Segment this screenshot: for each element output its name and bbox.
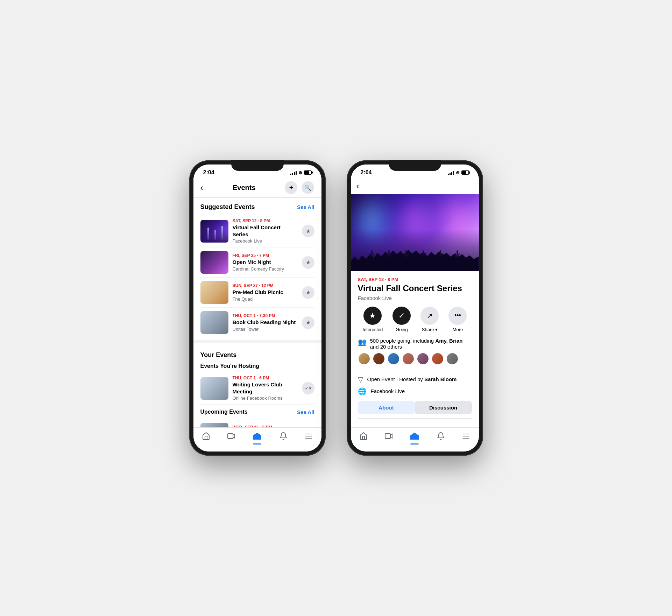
svg-rect-5 <box>385 434 390 439</box>
nav-notifications-left[interactable] <box>279 432 288 440</box>
event-location-writing: Online Facebook Rooms <box>233 396 298 401</box>
event-item-mic[interactable]: FRI, SEP 25 · 7 PM Open Mic Night Cardin… <box>200 247 314 278</box>
going-button[interactable]: ✓ Going <box>392 307 411 332</box>
event-item-picnic[interactable]: SUN, SEP 27 · 12 PM Pre-Med Club Picnic … <box>200 278 314 308</box>
notch-left <box>231 160 284 171</box>
event-detail-date: SAT, SEP 12 · 8 PM <box>358 277 472 282</box>
event-item-writing[interactable]: THU, OCT 1 · 6 PM Writing Lovers Club Me… <box>200 372 314 405</box>
nav-video-left[interactable] <box>227 432 235 440</box>
star-button-picnic[interactable]: ★ <box>302 286 314 299</box>
event-thumb-writing <box>200 377 228 400</box>
signal-bar-r3 <box>451 172 452 175</box>
bottom-nav-left <box>193 427 321 451</box>
tab-about[interactable]: About <box>358 401 415 414</box>
event-date-bookclub: THU, OCT 1 · 7:30 PM <box>233 313 298 318</box>
more-icon: ••• <box>454 312 461 319</box>
event-detail-content: SAT, SEP 12 · 8 PM Virtual Fall Concert … <box>351 271 479 424</box>
event-date-writing: THU, OCT 1 · 6 PM <box>233 376 298 380</box>
scroll-content-left: Suggested Events See All SAT, SEP 12 · 8… <box>193 198 321 427</box>
status-time-left: 2:04 <box>203 169 214 176</box>
star-button-bookclub[interactable]: ★ <box>302 316 314 329</box>
signal-bar-r4 <box>453 171 454 175</box>
avatar-6 <box>431 352 444 365</box>
avatar-2 <box>373 352 385 365</box>
interested-icon-circle: ★ <box>363 307 382 325</box>
event-info-bookclub: THU, OCT 1 · 7:30 PM Book Club Reading N… <box>233 313 298 332</box>
your-events-title: Your Events <box>200 351 237 359</box>
interested-button[interactable]: ★ Interested <box>363 307 383 332</box>
nav-bar-left: ‹ Events + 🔍 <box>193 178 321 198</box>
event-location-bookclub: Unitas Tower <box>233 327 298 332</box>
event-item-concert[interactable]: SAT, SEP 12 · 8 PM Virtual Fall Concert … <box>200 215 314 247</box>
going-button-writing[interactable]: ✓▾ <box>302 382 314 394</box>
back-button-right[interactable]: ‹ <box>356 181 360 191</box>
stream-row: 🌐 Facebook Live <box>358 387 472 396</box>
search-button-left[interactable]: 🔍 <box>302 181 314 194</box>
event-item-unitas[interactable]: WED, SEP 16 · 5 PM Unitas Tower Meet-up … <box>200 419 314 427</box>
avatar-row <box>358 352 472 365</box>
nav-notifications-right[interactable] <box>437 432 445 440</box>
battery-icon-left <box>304 170 312 175</box>
star-icon: ★ <box>369 311 376 320</box>
event-item-bookclub[interactable]: THU, OCT 1 · 7:30 PM Book Club Reading N… <box>200 308 314 337</box>
wifi-icon-right: ⊛ <box>456 170 460 175</box>
signal-bar-r1 <box>448 174 449 175</box>
attendees-text: 500 people going, including Amy, Brian a… <box>370 338 472 350</box>
nav-events-left[interactable] <box>252 431 262 441</box>
back-nav-right: ‹ <box>351 178 479 194</box>
nav-home-left[interactable] <box>202 432 210 440</box>
hand-5 <box>440 250 441 257</box>
attendees-section: 👥 500 people going, including Amy, Brian… <box>358 338 472 370</box>
event-thumb-picnic <box>200 281 228 304</box>
hand-1 <box>371 250 373 257</box>
event-info-picnic: SUN, SEP 27 · 12 PM Pre-Med Club Picnic … <box>233 283 298 302</box>
nav-events-right[interactable] <box>410 431 419 441</box>
going-label: Going <box>396 327 408 332</box>
event-location-mic: Cardinal Comedy Factory <box>233 266 298 272</box>
tab-discussion[interactable]: Discussion <box>415 401 472 414</box>
bottom-nav-right <box>351 427 479 451</box>
star-button-mic[interactable]: ★ <box>302 256 314 269</box>
more-icon-circle: ••• <box>448 307 467 325</box>
event-type-text: Open Event · Hosted by Sarah Bloom <box>367 376 457 382</box>
avatar-5 <box>417 352 429 365</box>
event-detail-location: Facebook Live <box>358 295 472 301</box>
svg-rect-0 <box>228 434 233 439</box>
event-date-concert: SAT, SEP 12 · 8 PM <box>233 218 298 223</box>
event-name-writing: Writing Lovers Club Meeting <box>233 381 298 395</box>
status-time-right: 2:04 <box>361 169 372 176</box>
nav-menu-left[interactable] <box>304 432 313 440</box>
nav-menu-right[interactable] <box>462 432 470 440</box>
raised-hands <box>363 250 466 257</box>
hand-2 <box>388 250 390 257</box>
signal-bar-3 <box>294 172 295 175</box>
event-info-mic: FRI, SEP 25 · 7 PM Open Mic Night Cardin… <box>233 253 298 272</box>
nav-home-right[interactable] <box>359 432 368 440</box>
event-thumb-mic <box>200 251 228 274</box>
svg-marker-6 <box>410 433 419 440</box>
open-event-icon: ▽ <box>358 375 363 384</box>
signal-bar-1 <box>290 174 291 175</box>
star-button-concert[interactable]: ★ <box>302 225 314 237</box>
hosting-title: Events You're Hosting <box>200 363 314 369</box>
more-button[interactable]: ••• More <box>448 307 467 332</box>
battery-icon-right <box>461 170 469 175</box>
signal-bar-2 <box>292 173 293 175</box>
event-type-row: ▽ Open Event · Hosted by Sarah Bloom <box>358 375 472 384</box>
suggested-see-all[interactable]: See All <box>297 204 314 210</box>
hand-3 <box>405 250 407 257</box>
nav-video-right[interactable] <box>384 432 393 440</box>
upcoming-see-all[interactable]: See All <box>297 409 314 415</box>
add-event-button[interactable]: + <box>285 181 297 194</box>
divider-1 <box>193 340 321 343</box>
event-name-concert: Virtual Fall Concert Series <box>233 224 298 238</box>
event-location-concert: Facebook Live <box>233 238 298 244</box>
svg-marker-1 <box>253 433 261 440</box>
nav-actions-left: + 🔍 <box>285 181 314 194</box>
active-indicator-left <box>253 443 261 444</box>
back-button-left[interactable]: ‹ <box>200 182 204 193</box>
suggested-events-section: Suggested Events See All SAT, SEP 12 · 8… <box>193 198 321 337</box>
share-button[interactable]: ↗ Share ▾ <box>420 307 439 332</box>
interested-label: Interested <box>363 327 383 332</box>
event-date-mic: FRI, SEP 25 · 7 PM <box>233 253 298 258</box>
